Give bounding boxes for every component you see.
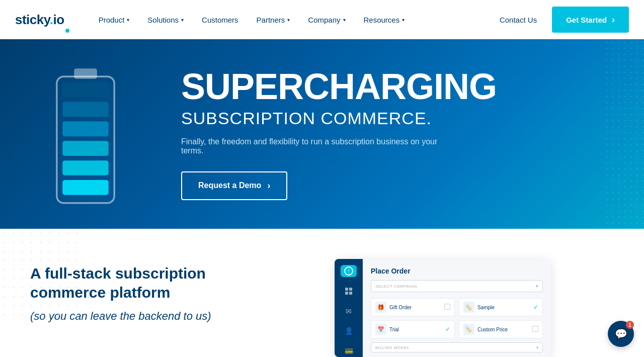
nav-label-product: Product [99,16,125,24]
ui-mockup: ! ✉ 👤 💳 [335,259,551,357]
hero-dot-decoration [604,39,644,229]
nav-item-product[interactable]: Product ▾ [90,0,139,39]
trial-check-icon: ✓ [445,326,450,333]
sidebar-icon-alert: ! [341,265,357,277]
trial-icon: 📅 [375,324,386,335]
mockup-row-trial: 📅 Trial ✓ [371,320,455,338]
logo-text: sticky.io [15,12,64,28]
trial-label: Trial [389,327,442,332]
sample-label: Sample [477,305,530,310]
sample-check-icon: ✓ [533,304,538,311]
chevron-down-icon: ▾ [402,17,405,23]
nav-item-solutions[interactable]: Solutions ▾ [138,0,193,39]
campaign-select-placeholder: SELECT CAMPAIGN [375,284,417,289]
arrow-icon: › [267,181,270,191]
hero-section: SUPERCHARGING SUBSCRIPTION COMMERCE. Fin… [0,39,644,229]
nav-right: Contact Us Get Started › [495,7,629,33]
get-started-label: Get Started [566,16,607,24]
chevron-down-icon: ▾ [536,284,538,289]
nav-item-resources[interactable]: Resources ▾ [355,0,414,39]
hero-description: Finally, the freedom and flexibility to … [181,137,453,155]
nav-label-solutions: Solutions [147,16,179,24]
billing-select-placeholder: BILLING MODEL [375,345,410,350]
svg-rect-7 [62,82,108,98]
contact-link[interactable]: Contact Us [495,16,542,24]
gift-icon: 🎁 [375,302,386,313]
value-prop-section: A full-stack subscription commerce platf… [0,229,644,357]
logo[interactable]: sticky.io [15,12,69,28]
chevron-down-icon: ▾ [127,17,129,23]
sidebar-icon-inbox: ✉ [341,305,357,317]
custom-price-label: Custom Price [477,327,529,332]
get-started-button[interactable]: Get Started › [552,7,629,33]
mockup-place-order-title: Place Order [371,267,543,275]
mockup-main-content: Place Order SELECT CAMPAIGN ▾ 🎁 Gift Ord… [363,259,551,357]
gift-order-checkbox [444,304,450,311]
nav-item-partners[interactable]: Partners ▾ [248,0,299,39]
hero-title-main: SUPERCHARGING [181,68,614,105]
mockup-billing-select[interactable]: BILLING MODEL ▾ [371,342,543,352]
chat-bubble[interactable]: 💬 1 [608,321,634,347]
svg-rect-1 [74,68,97,79]
svg-rect-5 [62,121,108,136]
hero-title-sub: SUBSCRIPTION COMMERCE. [181,109,614,128]
section2-left-content: A full-stack subscription commerce platf… [30,259,242,324]
section2-subtitle: (so you can leave the backend to us) [30,309,242,324]
custom-price-icon: 🏷️ [463,324,474,335]
nav-label-partners: Partners [257,16,285,24]
svg-rect-3 [62,160,108,175]
alert-icon: ! [344,266,353,276]
hero-content: SUPERCHARGING SUBSCRIPTION COMMERCE. Fin… [171,68,614,200]
battery-illustration [30,59,141,209]
mockup-sidebar: ! ✉ 👤 💳 [335,259,363,357]
svg-rect-2 [62,180,108,195]
mockup-row-custom-price: 🏷️ Custom Price [459,320,543,338]
mockup-row-gift-order: 🎁 Gift Order [371,298,455,316]
sidebar-icon-card: 💳 [341,345,357,357]
nav-label-customers: Customers [202,16,238,24]
chevron-down-icon: ▾ [181,17,184,23]
nav-label-company: Company [308,16,340,24]
gift-order-label: Gift Order [389,305,441,310]
nav-label-resources: Resources [364,16,400,24]
request-demo-button[interactable]: Request a Demo › [181,171,287,200]
nav-item-customers[interactable]: Customers [193,0,248,39]
logo-dot-decoration [65,29,69,33]
chevron-down-icon: ▾ [536,345,538,350]
header: sticky.io Product ▾ Solutions ▾ Customer… [0,0,644,39]
mockup-row-sample: 🏷️ Sample ✓ [459,298,543,316]
svg-rect-6 [62,102,108,117]
sidebar-icon-user: 👤 [341,325,357,337]
sidebar-icon-grid [341,285,357,297]
mockup-options-grid: 🎁 Gift Order 🏷️ Sample ✓ 📅 Trial ✓ [371,298,543,338]
mockup-campaign-select[interactable]: SELECT CAMPAIGN ▾ [371,280,543,292]
chat-icon: 💬 [615,328,627,340]
arrow-icon: › [612,15,615,25]
section2-right-content: ! ✉ 👤 💳 [272,259,614,357]
nav-item-company[interactable]: Company ▾ [299,0,354,39]
chat-badge: 1 [626,321,634,329]
chevron-down-icon: ▾ [343,17,346,23]
sample-icon: 🏷️ [463,302,474,313]
svg-rect-4 [62,141,108,156]
custom-price-checkbox [532,326,538,333]
section2-title: A full-stack subscription commerce platf… [30,264,242,302]
main-nav: Product ▾ Solutions ▾ Customers Partners… [90,0,495,39]
demo-btn-label: Request a Demo [198,181,261,190]
chevron-down-icon: ▾ [287,17,290,23]
